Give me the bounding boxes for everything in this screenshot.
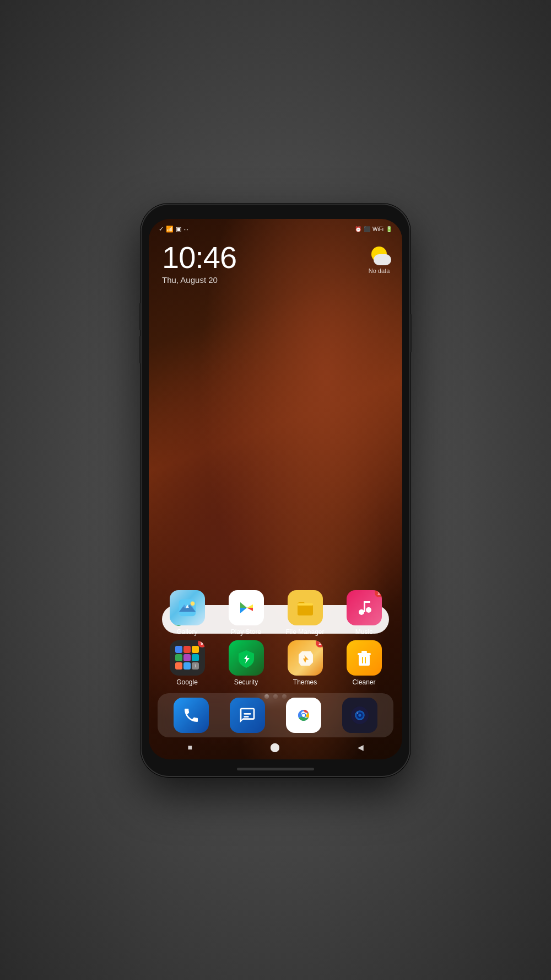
status-bar: ✓ 📶 ▣ ··· ⏰ ⬛ WiFi 🔋 (149, 219, 402, 237)
google-folder-icon: 9 1 (170, 640, 205, 676)
app-music[interactable]: 1 Music (338, 590, 390, 636)
themes-label: Themes (293, 678, 317, 686)
security-icon (229, 640, 264, 676)
svg-point-16 (366, 607, 371, 613)
screen-icon: ⬛ (364, 226, 370, 232)
folder-grid: 1 (174, 644, 201, 672)
weather-icon (367, 242, 391, 266)
nav-recent[interactable]: ■ (187, 743, 192, 752)
clock-time: 10:46 (162, 242, 236, 273)
weather-widget: No data (367, 242, 391, 274)
gallery-label: Gallery (176, 628, 197, 636)
playstore-label: Play Store (231, 628, 261, 636)
wifi-icon: WiFi (372, 226, 383, 232)
app-cleaner[interactable]: Cleaner (338, 640, 390, 686)
nav-home[interactable]: ⬤ (270, 742, 280, 752)
check-icon: ✓ (159, 226, 164, 233)
clock-widget: 10:46 Thu, August 20 (162, 242, 236, 285)
svg-rect-28 (244, 713, 251, 715)
app-themes[interactable]: 1 Themes (279, 640, 331, 686)
alarm-icon: ⏰ (355, 226, 361, 232)
power-button (410, 314, 412, 352)
notif-icon: ▣ (176, 226, 181, 233)
svg-point-4 (190, 601, 195, 606)
sim-icon: 📶 (166, 226, 174, 233)
phone-bottom-bar (237, 768, 314, 770)
status-left-icons: ✓ 📶 ▣ ··· (159, 226, 188, 233)
svg-point-39 (357, 712, 359, 714)
status-right-icons: ⏰ ⬛ WiFi 🔋 (355, 226, 392, 232)
phone-device: ✓ 📶 ▣ ··· ⏰ ⬛ WiFi 🔋 10:46 Thu, August 2… (141, 204, 410, 777)
music-icon: 1 (347, 590, 382, 625)
app-google-folder[interactable]: 9 1 Google (161, 640, 213, 686)
battery-icon: 🔋 (386, 226, 392, 232)
app-security[interactable]: Security (220, 640, 272, 686)
dots-icon: ··· (183, 226, 188, 233)
svg-point-34 (302, 714, 305, 717)
phone-screen: ✓ 📶 ▣ ··· ⏰ ⬛ WiFi 🔋 10:46 Thu, August 2… (149, 219, 402, 759)
app-filemanager[interactable]: File Manager (279, 590, 331, 636)
cleaner-label: Cleaner (352, 678, 375, 686)
app-row-1: Gallery (158, 590, 393, 636)
svg-rect-25 (361, 651, 367, 654)
app-row-2: 9 1 Google (158, 640, 393, 686)
dock-chrome[interactable] (286, 698, 321, 733)
svg-rect-13 (298, 603, 313, 606)
dock-messages[interactable] (230, 698, 265, 733)
google-folder-label: Google (176, 678, 198, 686)
svg-rect-23 (359, 655, 370, 666)
svg-rect-12 (298, 604, 313, 615)
svg-rect-29 (244, 716, 249, 717)
svg-point-38 (358, 714, 361, 716)
volume-down-button (139, 336, 141, 363)
filemanager-icon (288, 590, 323, 625)
themes-icon: 1 (288, 640, 323, 676)
google-badge: 9 (198, 640, 205, 647)
volume-up-button (139, 303, 141, 330)
svg-rect-27 (365, 657, 366, 663)
svg-rect-18 (364, 601, 370, 603)
filemanager-label: File Manager (285, 628, 324, 636)
nav-back[interactable]: ◀ (358, 743, 364, 752)
music-badge: 1 (375, 590, 382, 597)
cleaner-icon (347, 640, 382, 676)
svg-point-15 (359, 609, 364, 615)
playstore-icon (229, 590, 264, 625)
dock (158, 693, 393, 737)
dock-camera[interactable] (342, 698, 377, 733)
nav-bar: ■ ⬤ ◀ (149, 737, 402, 757)
themes-badge: 1 (316, 640, 323, 647)
security-label: Security (234, 678, 258, 686)
clock-date: Thu, August 20 (162, 275, 236, 285)
svg-rect-26 (362, 657, 363, 663)
app-grid: Gallery (158, 590, 393, 690)
gallery-icon (170, 590, 205, 625)
app-gallery[interactable]: Gallery (161, 590, 213, 636)
app-playstore[interactable]: Play Store (220, 590, 272, 636)
music-label: Music (355, 628, 372, 636)
dock-phone[interactable] (174, 698, 209, 733)
weather-text: No data (369, 267, 390, 274)
